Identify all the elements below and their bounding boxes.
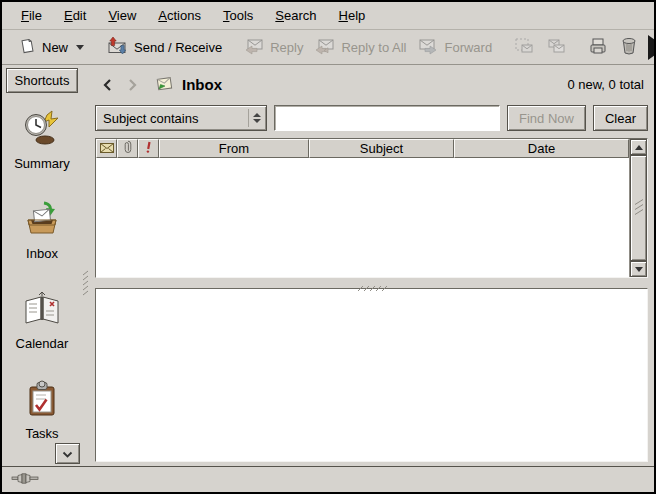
message-counts: 0 new, 0 total xyxy=(567,77,644,92)
sidebar-splitter[interactable] xyxy=(82,65,89,466)
forward-label: Forward xyxy=(444,41,492,54)
mail-view: Inbox 0 new, 0 total Subject contains Fi… xyxy=(89,65,654,466)
move-to-folder-button[interactable] xyxy=(508,34,540,61)
attachment-paperclip-icon xyxy=(124,140,132,157)
sidebar-item-calendar[interactable]: Calendar xyxy=(16,289,69,350)
content-area: Shortcuts Summary xyxy=(2,65,654,466)
search-filter-value: Subject contains xyxy=(103,111,248,126)
triangle-down-icon xyxy=(635,267,643,272)
scroll-down-button[interactable] xyxy=(630,261,647,277)
combo-arrows-icon xyxy=(248,109,264,127)
scrollbar-thumb[interactable] xyxy=(630,155,647,261)
message-preview-pane xyxy=(95,288,648,462)
send-receive-icon xyxy=(106,36,128,58)
new-button-label: New xyxy=(42,41,68,54)
shortcuts-sidebar: Shortcuts Summary xyxy=(2,65,82,466)
move-to-folder-icon xyxy=(514,37,534,58)
menu-tools[interactable]: Tools xyxy=(212,3,264,28)
message-status-envelope-icon xyxy=(100,141,114,156)
sidebar-item-label: Calendar xyxy=(16,337,69,350)
reply-to-all-button[interactable]: Reply to All xyxy=(309,34,412,61)
column-subject[interactable]: Subject xyxy=(309,139,454,158)
offline-plug-icon[interactable] xyxy=(11,472,41,488)
shortcuts-group-label: Shortcuts xyxy=(15,73,70,88)
sidebar-item-label: Summary xyxy=(14,157,70,170)
message-list-scrollbar xyxy=(629,139,647,277)
new-button[interactable]: New xyxy=(12,34,90,61)
menu-view[interactable]: View xyxy=(97,3,147,28)
scroll-up-button[interactable] xyxy=(630,139,647,155)
column-priority[interactable] xyxy=(138,139,159,158)
menu-search[interactable]: Search xyxy=(264,3,327,28)
trash-icon xyxy=(620,37,638,58)
folder-header: Inbox 0 new, 0 total xyxy=(93,65,650,104)
scrollbar-grip-icon xyxy=(634,199,644,218)
sidebar-scroll-down-button[interactable] xyxy=(55,443,80,464)
find-now-button[interactable]: Find Now xyxy=(507,105,586,131)
menu-actions[interactable]: Actions xyxy=(147,3,212,28)
send-receive-button[interactable]: Send / Receive xyxy=(100,33,228,61)
column-date-label: Date xyxy=(528,141,555,156)
reply-button[interactable]: Reply xyxy=(238,34,309,61)
toolbar-overflow-button[interactable] xyxy=(644,40,656,55)
sidebar-item-label: Inbox xyxy=(26,247,58,260)
sidebar-item-label: Tasks xyxy=(25,427,58,440)
message-list-header: From Subject Date xyxy=(96,139,629,158)
new-message-icon xyxy=(18,37,36,58)
menu-edit[interactable]: Edit xyxy=(53,3,97,28)
search-bar: Subject contains Find Now Clear xyxy=(95,105,648,131)
menu-bar: File Edit View Actions Tools Search Help xyxy=(2,2,654,30)
copy-to-folder-button[interactable] xyxy=(540,34,572,61)
preview-splitter[interactable] xyxy=(93,278,650,288)
print-icon xyxy=(588,37,608,58)
column-message-status[interactable] xyxy=(96,139,117,158)
tasks-clipboard-icon xyxy=(22,379,62,422)
forward-nav-button[interactable] xyxy=(123,74,143,96)
triangle-up-icon xyxy=(635,145,643,150)
message-list-body xyxy=(96,158,629,277)
print-button[interactable] xyxy=(582,34,614,61)
column-date[interactable]: Date xyxy=(454,139,629,158)
inbox-tray-icon xyxy=(22,199,62,242)
find-now-label: Find Now xyxy=(519,111,574,126)
menu-help[interactable]: Help xyxy=(328,3,377,28)
sidebar-item-summary[interactable]: Summary xyxy=(14,109,70,170)
reply-to-all-icon xyxy=(315,37,335,58)
back-button[interactable] xyxy=(97,74,117,96)
clear-button[interactable]: Clear xyxy=(593,105,648,131)
send-receive-label: Send / Receive xyxy=(134,41,222,54)
folder-icon xyxy=(155,75,174,95)
column-attachment[interactable] xyxy=(117,139,138,158)
summary-clock-icon xyxy=(22,109,62,152)
priority-exclamation-icon xyxy=(145,141,152,156)
clear-label: Clear xyxy=(605,111,636,126)
copy-to-folder-icon xyxy=(546,37,566,58)
forward-button[interactable]: Forward xyxy=(412,34,498,61)
reply-icon xyxy=(244,37,264,58)
column-from[interactable]: From xyxy=(159,139,309,158)
status-bar xyxy=(2,466,654,492)
reply-to-all-label: Reply to All xyxy=(341,41,406,54)
chevron-down-icon xyxy=(62,446,73,461)
search-filter-dropdown[interactable]: Subject contains xyxy=(95,105,267,131)
page-title: Inbox xyxy=(182,76,222,93)
menu-file[interactable]: File xyxy=(10,3,53,28)
message-list: From Subject Date xyxy=(95,138,648,278)
delete-button[interactable] xyxy=(614,34,644,61)
sidebar-item-inbox[interactable]: Inbox xyxy=(22,199,62,260)
splitter-grip-icon xyxy=(82,270,89,299)
forward-icon xyxy=(418,37,438,58)
column-from-label: From xyxy=(219,141,249,156)
main-toolbar: New Send / Receive xyxy=(2,30,654,65)
reply-label: Reply xyxy=(270,41,303,54)
overflow-arrow-icon xyxy=(648,35,655,60)
sidebar-item-tasks[interactable]: Tasks xyxy=(22,379,62,440)
search-input[interactable] xyxy=(274,105,500,131)
chevron-down-icon xyxy=(76,45,84,50)
splitter-grip-icon xyxy=(357,280,387,295)
calendar-book-icon xyxy=(22,289,62,332)
message-list-table: From Subject Date xyxy=(96,139,629,277)
shortcuts-group-button[interactable]: Shortcuts xyxy=(6,68,78,93)
evolution-window: File Edit View Actions Tools Search Help… xyxy=(0,0,656,494)
column-subject-label: Subject xyxy=(360,141,403,156)
